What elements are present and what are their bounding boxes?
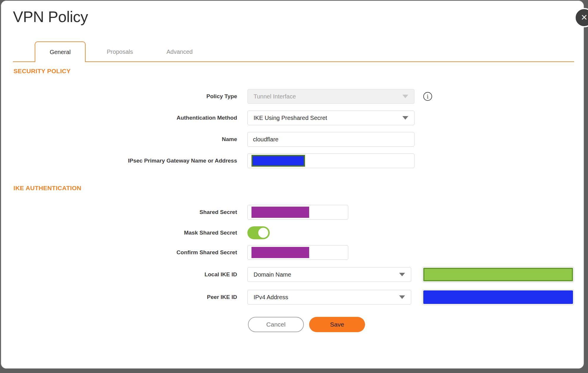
name-label: Name: [13, 136, 247, 143]
policy-type-value: Tunnel Interface: [254, 93, 296, 100]
name-input[interactable]: [247, 132, 414, 147]
chevron-down-icon: [402, 95, 408, 98]
peer-ike-id-select[interactable]: IPv4 Address: [247, 290, 411, 305]
policy-type-label: Policy Type: [13, 93, 247, 100]
local-ike-id-type-value: Domain Name: [254, 271, 291, 278]
toggle-knob: [258, 228, 268, 238]
confirm-shared-secret-row: Confirm Shared Secret: [13, 245, 584, 260]
mask-shared-secret-row: Mask Shared Secret: [13, 226, 584, 239]
authentication-method-label: Authentication Method: [13, 115, 247, 121]
confirm-shared-secret-redaction: [251, 247, 309, 258]
peer-ike-id-redaction: [423, 290, 573, 304]
tab-bar: General Proposals Advanced: [13, 41, 584, 62]
dialog-actions: Cancel Save: [248, 317, 584, 332]
policy-type-select: Tunnel Interface: [247, 89, 414, 104]
cancel-button[interactable]: Cancel: [248, 317, 304, 332]
mask-shared-secret-toggle[interactable]: [247, 226, 270, 239]
authentication-method-row: Authentication Method IKE Using Preshare…: [13, 111, 584, 125]
mask-shared-secret-label: Mask Shared Secret: [13, 230, 247, 236]
peer-ike-id-row: Peer IKE ID IPv4 Address: [13, 289, 584, 305]
authentication-method-value: IKE Using Preshared Secret: [254, 115, 327, 121]
section-heading-ike-authentication: IKE AUTHENTICATION: [14, 184, 584, 192]
tab-proposals[interactable]: Proposals: [94, 41, 145, 62]
local-ike-id-redaction: [423, 268, 573, 281]
shared-secret-redaction: [251, 207, 309, 218]
chevron-down-icon: [402, 116, 408, 120]
policy-type-row: Policy Type Tunnel Interface i: [13, 89, 584, 104]
name-row: Name: [13, 132, 584, 147]
close-icon: ✕: [581, 14, 587, 22]
shared-secret-input[interactable]: [247, 205, 348, 220]
gateway-input[interactable]: [247, 153, 414, 168]
local-ike-id-row: Local IKE ID Domain Name: [13, 267, 584, 282]
info-icon[interactable]: i: [423, 92, 432, 101]
save-button[interactable]: Save: [309, 317, 365, 332]
gateway-label: IPsec Primary Gateway Name or Address: [13, 158, 247, 164]
local-ike-id-value-input[interactable]: [422, 267, 574, 282]
confirm-shared-secret-label: Confirm Shared Secret: [13, 249, 247, 256]
chevron-down-icon: [399, 273, 405, 276]
tab-advanced[interactable]: Advanced: [154, 41, 205, 62]
peer-ike-id-type-value: IPv4 Address: [254, 294, 288, 301]
tab-general[interactable]: General: [35, 41, 86, 62]
gateway-row: IPsec Primary Gateway Name or Address: [13, 153, 584, 168]
peer-ike-id-value-input[interactable]: [422, 289, 574, 305]
local-ike-id-select[interactable]: Domain Name: [247, 267, 411, 282]
peer-ike-id-label: Peer IKE ID: [13, 294, 247, 300]
local-ike-id-label: Local IKE ID: [13, 271, 247, 278]
shared-secret-label: Shared Secret: [13, 209, 247, 215]
shared-secret-row: Shared Secret: [13, 205, 584, 220]
vpn-policy-dialog: VPN Policy General Proposals Advanced SE…: [1, 1, 584, 369]
confirm-shared-secret-input[interactable]: [247, 245, 348, 260]
authentication-method-select[interactable]: IKE Using Preshared Secret: [247, 111, 414, 125]
section-heading-security-policy: SECURITY POLICY: [14, 67, 584, 75]
chevron-down-icon: [399, 295, 405, 299]
page-title: VPN Policy: [13, 8, 584, 26]
gateway-redaction: [251, 155, 305, 167]
